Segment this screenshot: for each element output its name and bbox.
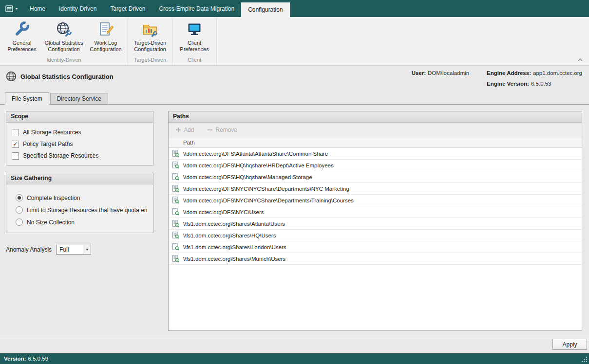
title-bar: Home Identity-Driven Target-Driven Cross… bbox=[0, 0, 589, 17]
tab-file-system[interactable]: File System bbox=[5, 92, 49, 105]
radio-icon bbox=[16, 218, 23, 226]
top-tab-identity-driven[interactable]: Identity-Driven bbox=[52, 0, 103, 17]
application-window: Home Identity-Driven Target-Driven Cross… bbox=[0, 0, 589, 364]
ribbon-button-label: Target-Driven Configuration bbox=[129, 40, 171, 53]
path-row[interactable]: \\dom.cctec.org\DFS\HQ\hqshare\Managed S… bbox=[169, 171, 582, 183]
path-text: \\fs1.dom.cctec.org\Shares\HQ\Users bbox=[183, 233, 276, 238]
ribbon-group-label: Identity-Driven bbox=[0, 56, 128, 65]
ribbon-button-global-statistics-configuration[interactable]: Global Statistics Configuration bbox=[43, 19, 85, 53]
path-row[interactable]: \\fs1.dom.cctec.org\Shares\Atlanta\Users bbox=[169, 218, 582, 230]
paths-toolbar: Add Remove bbox=[169, 123, 582, 137]
path-row[interactable]: \\dom.cctec.org\DFS\HQ\hqshare\HRDept\Ac… bbox=[169, 160, 582, 171]
engine-version-info: Engine Version:6.5.0.53 bbox=[487, 81, 582, 87]
checkbox-policy-target-paths[interactable]: Policy Target Paths bbox=[6, 138, 153, 150]
ribbon-group-label: Target-Driven bbox=[128, 56, 172, 65]
tab-label: Configuration bbox=[248, 6, 283, 13]
apply-button[interactable]: Apply bbox=[552, 339, 587, 350]
path-column-header[interactable]: Path bbox=[169, 137, 582, 148]
ribbon: General Preferences Global Statistics Co… bbox=[0, 17, 589, 66]
chevron-up-icon bbox=[578, 58, 583, 61]
size-gathering-groupbox: Size Gathering Complete Inspection Limit… bbox=[6, 173, 153, 233]
top-tab-cross-empire-data-migration[interactable]: Cross-Empire Data Migration bbox=[152, 0, 241, 17]
paths-groupbox: Paths Add Remove Path \\dom.cctec.org\DF… bbox=[168, 111, 582, 331]
path-text: \\dom.cctec.org\DFS\HQ\hqshare\HRDept\Ac… bbox=[183, 163, 334, 168]
checkbox-all-storage-resources[interactable]: All Storage Resources bbox=[6, 127, 153, 138]
radio-label: Complete Inspection bbox=[27, 195, 80, 201]
path-row[interactable]: \\dom.cctec.org\DFS\NYC\NYCShare\Departm… bbox=[169, 183, 582, 195]
path-row[interactable]: \\dom.cctec.org\DFS\NYC\Users bbox=[169, 206, 582, 218]
top-tab-target-driven[interactable]: Target-Driven bbox=[103, 0, 152, 17]
add-button[interactable]: Add bbox=[176, 127, 194, 133]
ribbon-button-work-log-configuration[interactable]: Work Log Configuration bbox=[85, 19, 127, 53]
path-row[interactable]: \\fs1.dom.cctec.org\Shares\Munich\Users bbox=[169, 253, 582, 265]
path-item-icon bbox=[172, 197, 179, 204]
path-row[interactable]: \\fs1.dom.cctec.org\Shares\HQ\Users bbox=[169, 230, 582, 241]
engine-address-info: Engine Address:app1.dom.cctec.org bbox=[487, 70, 582, 76]
path-item-icon bbox=[172, 162, 179, 169]
resize-grip[interactable] bbox=[581, 356, 588, 363]
path-item-icon bbox=[172, 208, 179, 216]
user-info: User:DOM\localadmin bbox=[412, 70, 469, 76]
tab-label: Target-Driven bbox=[110, 5, 145, 12]
path-row[interactable]: \\fs1.dom.cctec.org\Shares\London\Users bbox=[169, 241, 582, 253]
radio-no-size-collection[interactable]: No Size Collection bbox=[6, 216, 153, 228]
document-pencil-icon bbox=[97, 21, 114, 37]
ribbon-collapse-button[interactable] bbox=[577, 58, 583, 62]
path-text: \\dom.cctec.org\DFS\NYC\Users bbox=[183, 209, 264, 215]
monitor-icon bbox=[186, 21, 203, 37]
paths-header: Paths bbox=[169, 111, 582, 123]
path-item-icon bbox=[172, 185, 179, 192]
path-text: \\dom.cctec.org\DFS\Atlanta\AtlantaShare… bbox=[183, 151, 328, 157]
ribbon-button-label: Work Log Configuration bbox=[85, 40, 127, 53]
minus-icon bbox=[208, 127, 212, 132]
ribbon-button-target-driven-configuration[interactable]: Target-Driven Configuration bbox=[129, 19, 171, 53]
checkbox-label: Policy Target Paths bbox=[23, 141, 73, 147]
radio-label: Limit to Storage Resources that have quo… bbox=[27, 207, 148, 214]
anomaly-analysis-dropdown[interactable]: Full bbox=[56, 245, 91, 255]
path-text: \\dom.cctec.org\DFS\NYC\NYCShare\Departm… bbox=[183, 186, 349, 192]
page-title: Global Statistics Configuration bbox=[20, 73, 114, 80]
page-header: Global Statistics Configuration User:DOM… bbox=[0, 66, 589, 92]
globe-wrench-icon bbox=[56, 21, 72, 37]
top-tab-home[interactable]: Home bbox=[23, 0, 52, 17]
path-item-icon bbox=[172, 173, 179, 181]
anomaly-analysis-row: Anomaly Analysis Full bbox=[6, 245, 91, 255]
file-system-panel: Scope All Storage Resources Policy Targe… bbox=[0, 105, 589, 336]
tab-label: Home bbox=[30, 5, 45, 12]
radio-label: No Size Collection bbox=[27, 219, 75, 226]
add-button-label: Add bbox=[184, 127, 194, 133]
path-row[interactable]: \\dom.cctec.org\DFS\Atlanta\AtlantaShare… bbox=[169, 148, 582, 160]
ribbon-button-client-preferences[interactable]: Client Preferences bbox=[173, 19, 215, 53]
scope-header: Scope bbox=[6, 111, 153, 123]
app-menu-icon bbox=[5, 5, 13, 12]
path-item-icon bbox=[172, 150, 179, 157]
path-row[interactable]: \\dom.cctec.org\DFS\NYC\NYCShare\Departm… bbox=[169, 195, 582, 206]
ribbon-group-identity-driven: General Preferences Global Statistics Co… bbox=[0, 17, 128, 65]
checkbox-icon bbox=[12, 129, 19, 136]
path-item-icon bbox=[172, 255, 179, 262]
ribbon-group-client: Client Preferences Client bbox=[172, 17, 217, 65]
ribbon-button-label: General Preferences bbox=[1, 40, 43, 53]
path-item-icon bbox=[172, 243, 179, 251]
ribbon-button-general-preferences[interactable]: General Preferences bbox=[1, 19, 43, 53]
resize-grip-icon bbox=[581, 356, 588, 363]
path-text: \\dom.cctec.org\DFS\HQ\hqshare\Managed S… bbox=[183, 174, 312, 180]
checkbox-label: All Storage Resources bbox=[23, 129, 81, 136]
radio-complete-inspection[interactable]: Complete Inspection bbox=[6, 192, 153, 204]
path-text: \\dom.cctec.org\DFS\NYC\NYCShare\Departm… bbox=[183, 198, 354, 203]
remove-button[interactable]: Remove bbox=[208, 127, 237, 133]
checkbox-specified-storage-resources[interactable]: Specified Storage Resources bbox=[6, 150, 153, 162]
paths-table: Path \\dom.cctec.org\DFS\Atlanta\Atlanta… bbox=[169, 137, 582, 330]
wrench-icon bbox=[14, 21, 30, 37]
radio-limit-quota-enabled[interactable]: Limit to Storage Resources that have quo… bbox=[6, 204, 153, 216]
apply-button-label: Apply bbox=[562, 341, 577, 348]
checkbox-label: Specified Storage Resources bbox=[23, 152, 98, 159]
environment-info: User:DOM\localadmin Engine Address:app1.… bbox=[412, 70, 582, 87]
top-tab-configuration[interactable]: Configuration bbox=[241, 2, 289, 17]
folder-wrench-icon bbox=[142, 21, 158, 37]
tab-label: File System bbox=[12, 95, 42, 102]
app-menu-button[interactable] bbox=[0, 0, 23, 17]
path-text: \\fs1.dom.cctec.org\Shares\Munich\Users bbox=[183, 256, 285, 262]
tab-label: Cross-Empire Data Migration bbox=[159, 5, 234, 12]
tab-directory-service[interactable]: Directory Service bbox=[50, 93, 108, 104]
